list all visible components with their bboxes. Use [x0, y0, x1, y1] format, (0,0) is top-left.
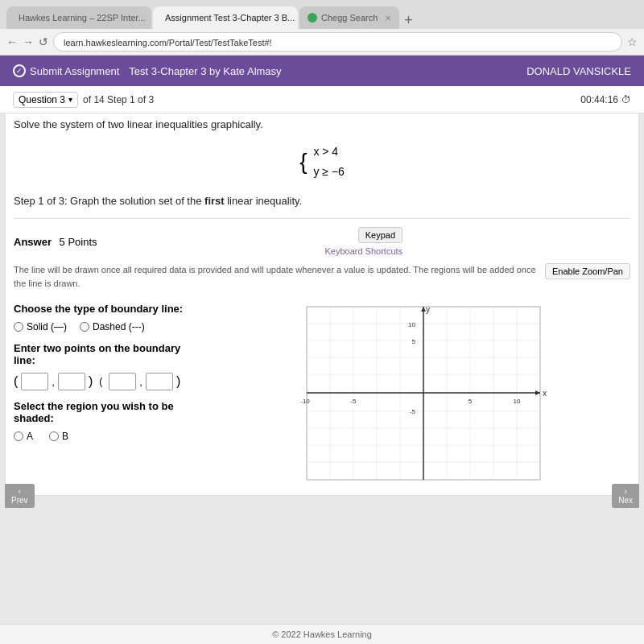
- dropdown-arrow-icon: ▾: [68, 95, 72, 104]
- address-icons: ☆: [627, 35, 638, 48]
- info-text: The line will be drawn once all required…: [14, 263, 630, 290]
- question-left: Question 3 ▾ of 14 Step 1 of 3: [13, 92, 154, 108]
- info-section: Enable Zoom/Pan The line will be drawn o…: [14, 263, 630, 290]
- content-grid: Choose the type of boundary line: Solid …: [14, 303, 630, 490]
- keyboard-shortcuts-link[interactable]: Keyboard Shortcuts: [324, 246, 402, 256]
- tab-hawkes[interactable]: Hawkes Learning – 22SP Inter... ✕: [6, 6, 151, 29]
- tab-label-assignment: Assignment Test 3-Chapter 3 B...: [165, 13, 295, 23]
- shade-b-radio[interactable]: [49, 431, 59, 441]
- divider: [14, 218, 630, 219]
- app-header: ✓ Submit Assignment Test 3-Chapter 3 by …: [0, 56, 644, 86]
- shading-title: Select the region you wish to be shaded:: [14, 400, 199, 424]
- points-label: 5 Points: [60, 236, 97, 248]
- address-bar-row: ← → ↺ learn.hawkeslearning.com/Portal/Te…: [0, 29, 644, 55]
- shade-a-label: A: [27, 431, 33, 442]
- y-axis-label: y: [426, 305, 430, 314]
- boundary-title: Choose the type of boundary line:: [14, 303, 199, 315]
- answer-label: Answer: [14, 236, 52, 248]
- solid-radio[interactable]: [14, 322, 23, 332]
- user-name-label: DONALD VANSICKLE: [526, 65, 631, 77]
- solid-label: Solid (—): [27, 321, 67, 332]
- refresh-button[interactable]: ↺: [39, 35, 48, 48]
- main-content: Solve the system of two linear inequalit…: [5, 114, 639, 496]
- shade-b-option[interactable]: B: [49, 431, 68, 442]
- tab-assignment[interactable]: Assignment Test 3-Chapter 3 B... ✕: [153, 6, 298, 29]
- shade-a-option[interactable]: A: [14, 431, 33, 442]
- point-separator: (: [99, 376, 102, 387]
- two-points-title: Enter two points on the boundary line:: [14, 342, 199, 366]
- address-bar[interactable]: learn.hawkeslearning.com/Portal/Test/Tes…: [53, 32, 622, 52]
- dashed-option[interactable]: Dashed (---): [80, 321, 145, 332]
- y-label-10: 10: [408, 321, 415, 328]
- point2-x-input[interactable]: [109, 373, 136, 390]
- close-paren-2: ): [176, 375, 180, 388]
- y-label-neg5: -5: [410, 408, 416, 415]
- step-instruction: Step 1 of 3: Graph the solution set of t…: [14, 195, 630, 207]
- shading-section: Select the region you wish to be shaded:…: [14, 400, 199, 442]
- close-paren-1: ): [89, 375, 93, 388]
- nav-container: ‹ Prev › Nex: [5, 496, 639, 520]
- shade-a-radio[interactable]: [14, 431, 23, 441]
- points-row: ( , ) ( , ): [14, 373, 199, 390]
- system-line2: y ≥ −6: [313, 162, 344, 182]
- tab-label-chegg: Chegg Search: [321, 13, 378, 23]
- submit-label: Submit Assignment: [30, 65, 119, 77]
- answer-header: Answer 5 Points Keypad Keyboard Shortcut…: [14, 227, 630, 257]
- point1-y-input[interactable]: [58, 373, 85, 390]
- new-tab-button[interactable]: +: [404, 12, 413, 29]
- y-label-5: 5: [412, 338, 416, 345]
- comma-2: ,: [139, 376, 142, 388]
- shade-b-label: B: [62, 431, 68, 442]
- x-axis-label: x: [543, 389, 547, 398]
- timer-icon: ⏱: [621, 94, 631, 105]
- coordinate-graph: x y -10 -5 5 10 10 5 -5: [208, 303, 630, 488]
- question-selector[interactable]: Question 3 ▾: [13, 92, 78, 108]
- point1-x-input[interactable]: [21, 373, 48, 390]
- keypad-area: Keypad Keyboard Shortcuts: [324, 227, 402, 257]
- tab-chegg[interactable]: Chegg Search ✕: [299, 6, 399, 29]
- solid-option[interactable]: Solid (—): [14, 321, 67, 332]
- test-title: Test 3-Chapter 3 by Kate Almasy: [129, 65, 281, 77]
- copyright-text: © 2022 Hawkes Learning: [272, 630, 372, 639]
- question-step: of 14 Step 1 of 3: [83, 94, 154, 105]
- header-left: ✓ Submit Assignment Test 3-Chapter 3 by …: [13, 64, 282, 77]
- x-label-10: 10: [514, 398, 521, 405]
- back-button[interactable]: ←: [6, 35, 18, 48]
- keypad-button[interactable]: Keypad: [358, 227, 402, 243]
- timer-value: 00:44:16: [580, 94, 618, 105]
- next-button[interactable]: › Nex: [612, 484, 639, 508]
- next-label: Nex: [618, 496, 633, 505]
- forward-button[interactable]: →: [23, 35, 34, 48]
- comma-1: ,: [52, 376, 55, 388]
- x-label-neg5: -5: [350, 398, 357, 405]
- tab-bar: Hawkes Learning – 22SP Inter... ✕ Assign…: [0, 0, 644, 29]
- x-label-5: 5: [469, 398, 473, 405]
- submit-circle-icon: ✓: [13, 64, 26, 77]
- system-line1: x > 4: [313, 142, 344, 162]
- tab-icon-chegg: [308, 13, 317, 23]
- next-arrow: ›: [618, 487, 633, 496]
- shading-radio-group: A B: [14, 431, 199, 442]
- step-instruction-text2: linear inequality.: [225, 195, 303, 207]
- prev-label: Prev: [11, 496, 28, 505]
- submit-assignment-button[interactable]: ✓ Submit Assignment: [13, 64, 119, 77]
- footer: © 2022 Hawkes Learning: [0, 624, 644, 644]
- controls-panel: Choose the type of boundary line: Solid …: [14, 303, 199, 490]
- bookmark-icon[interactable]: ☆: [627, 35, 638, 48]
- math-brace: { x > 4 y ≥ −6: [299, 142, 345, 182]
- question-number: Question 3: [19, 94, 65, 105]
- two-points-section: Enter two points on the boundary line: (…: [14, 342, 199, 390]
- enable-zoom-button[interactable]: Enable Zoom/Pan: [545, 263, 630, 279]
- browser-chrome: Hawkes Learning – 22SP Inter... ✕ Assign…: [0, 0, 644, 56]
- timer: 00:44:16 ⏱: [580, 94, 631, 105]
- open-paren-1: (: [14, 375, 18, 388]
- dashed-radio[interactable]: [80, 322, 89, 332]
- step-instruction-text: Step 1 of 3: Graph the solution set of t…: [14, 195, 204, 207]
- prev-button[interactable]: ‹ Prev: [5, 484, 35, 508]
- tab-close-chegg[interactable]: ✕: [385, 14, 391, 23]
- point2-y-input[interactable]: [146, 373, 173, 390]
- graph-area: x y -10 -5 5 10 10 5 -5: [208, 303, 630, 490]
- boundary-radio-group: Solid (—) Dashed (---): [14, 321, 199, 332]
- problem-instruction: Solve the system of two linear inequalit…: [14, 118, 630, 130]
- user-name: DONALD VANSICKLE: [526, 65, 631, 77]
